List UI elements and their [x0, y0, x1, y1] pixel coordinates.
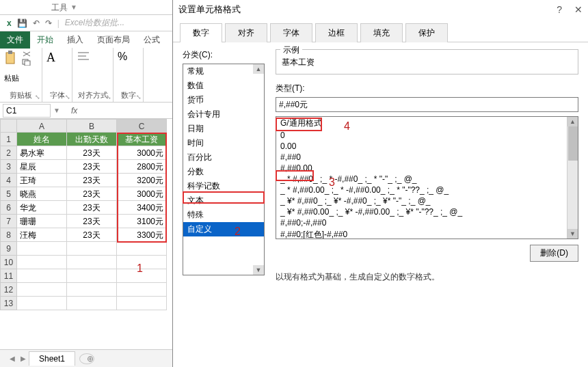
nav-prev-icon[interactable]: ◀ — [7, 355, 18, 362]
format-item[interactable]: #,##0 — [276, 152, 567, 163]
row-header[interactable]: 8 — [0, 228, 17, 242]
align-label[interactable]: 对齐方式 — [77, 90, 109, 100]
row-header[interactable]: 13 — [0, 297, 17, 310]
empty-cell[interactable] — [17, 256, 67, 269]
empty-cell[interactable] — [117, 242, 167, 256]
tab-font[interactable]: 字体 — [270, 23, 312, 42]
tab-align[interactable]: 对齐 — [225, 23, 267, 42]
data-cell[interactable]: 星辰 — [17, 160, 67, 174]
data-cell[interactable]: 晓燕 — [17, 187, 67, 201]
row-header[interactable]: 2 — [0, 146, 17, 160]
tools-label[interactable]: 工具 — [51, 0, 68, 15]
data-cell[interactable]: 3200元 — [117, 174, 167, 187]
type-input[interactable] — [276, 97, 578, 112]
empty-cell[interactable] — [17, 242, 67, 256]
scroll-up-icon[interactable]: ▲ — [567, 117, 578, 126]
category-item[interactable]: 时间 — [183, 136, 264, 150]
header-cell[interactable]: 出勤天数 — [67, 133, 117, 146]
tab-protect[interactable]: 保护 — [405, 23, 448, 42]
sheet-tab[interactable]: Sheet1 — [29, 351, 75, 366]
format-item[interactable]: #,##0;-#,##0 — [276, 217, 567, 228]
tab-layout[interactable]: 页面布局 — [90, 31, 137, 49]
tab-insert[interactable]: 插入 — [60, 31, 90, 49]
empty-cell[interactable] — [67, 297, 117, 310]
scroll-down-icon[interactable]: ▼ — [253, 265, 264, 275]
category-item[interactable]: 特殊 — [183, 208, 264, 222]
data-cell[interactable]: 3300元 — [117, 228, 167, 242]
select-all-corner[interactable] — [0, 119, 17, 133]
dialog-launcher-icon[interactable]: ⤡ — [65, 94, 70, 100]
category-item[interactable]: 科学记数 — [183, 179, 264, 193]
tab-home[interactable]: 开始 — [30, 31, 60, 49]
row-header[interactable]: 9 — [0, 242, 17, 256]
redo-icon[interactable]: ↷ — [45, 18, 52, 28]
chevron-down-icon[interactable]: ▼ — [70, 0, 77, 15]
empty-cell[interactable] — [117, 269, 167, 283]
nav-next-icon[interactable]: ▶ — [18, 355, 29, 362]
data-cell[interactable]: 23天 — [67, 201, 117, 215]
tab-border[interactable]: 边框 — [315, 23, 358, 42]
chevron-down-icon[interactable]: ▼ — [51, 107, 63, 114]
data-cell[interactable]: 3400元 — [117, 201, 167, 215]
row-header[interactable]: 6 — [0, 201, 17, 215]
fx-icon[interactable]: fx — [63, 106, 77, 115]
data-cell[interactable]: 珊珊 — [17, 215, 67, 228]
col-header-b[interactable]: B — [67, 119, 117, 133]
data-cell[interactable]: 3100元 — [117, 215, 167, 228]
dialog-launcher-icon[interactable]: ⤡ — [35, 94, 40, 100]
format-item[interactable]: 0.00 — [276, 141, 567, 152]
data-cell[interactable]: 华龙 — [17, 201, 67, 215]
format-item[interactable]: G/通用格式 — [276, 117, 567, 130]
empty-cell[interactable] — [67, 283, 117, 297]
row-header[interactable]: 10 — [0, 256, 17, 269]
col-header-c[interactable]: C — [117, 119, 167, 133]
format-item[interactable]: _ ¥* #,##0.00_ ;_ ¥* -#,##0.00_ ;_ ¥* "-… — [276, 206, 567, 217]
paste-icon[interactable] — [4, 51, 18, 66]
category-list[interactable]: ▲ 常规数值货币会计专用日期时间百分比分数科学记数文本特殊自定义 ▼ — [183, 64, 265, 275]
category-item[interactable]: 会计专用 — [183, 107, 264, 122]
format-item[interactable]: _ * #,##0.00_ ;_ * -#,##0.00_ ;_ * "-"??… — [276, 185, 567, 195]
empty-cell[interactable] — [17, 269, 67, 283]
category-item[interactable]: 百分比 — [183, 150, 264, 165]
name-box[interactable] — [3, 104, 51, 118]
category-item[interactable]: 文本 — [183, 193, 264, 208]
tab-formula[interactable]: 公式 — [137, 31, 167, 49]
data-cell[interactable]: 23天 — [67, 174, 117, 187]
row-header[interactable]: 11 — [0, 269, 17, 283]
scroll-up-icon[interactable]: ▲ — [253, 64, 264, 74]
data-cell[interactable]: 王琦 — [17, 174, 67, 187]
undo-icon[interactable]: ↶ — [33, 18, 40, 28]
dialog-launcher-icon[interactable]: ⤡ — [106, 94, 111, 100]
empty-cell[interactable] — [67, 256, 117, 269]
empty-cell[interactable] — [117, 283, 167, 297]
format-item[interactable]: _ * #,##0_ ;_ * -#,##0_ ;_ * "-"_ ;_ @_ — [276, 174, 567, 185]
spreadsheet-grid[interactable]: A B C 1姓名出勤天数基本工资2易水寒23天3000元3星辰23天2800元… — [0, 119, 172, 310]
empty-cell[interactable] — [17, 283, 67, 297]
empty-cell[interactable] — [67, 269, 117, 283]
category-item[interactable]: 货币 — [183, 93, 264, 107]
row-header[interactable]: 3 — [0, 160, 17, 174]
percent-icon[interactable]: % — [118, 51, 127, 63]
empty-cell[interactable] — [67, 242, 117, 256]
scroll-thumb[interactable] — [568, 126, 578, 161]
data-cell[interactable]: 23天 — [67, 187, 117, 201]
format-list[interactable]: G/通用格式00.00#,##0#,##0.00_ * #,##0_ ;_ * … — [276, 116, 578, 239]
format-item[interactable]: #,##0;[红色]-#,##0 — [276, 228, 567, 239]
data-cell[interactable]: 易水寒 — [17, 146, 67, 160]
category-item[interactable]: 自定义 — [183, 222, 264, 236]
help-button[interactable]: ? — [557, 4, 562, 15]
scroll-down-icon[interactable]: ▼ — [567, 229, 578, 239]
data-cell[interactable]: 23天 — [67, 146, 117, 160]
data-cell[interactable]: 3000元 — [117, 187, 167, 201]
scrollbar[interactable]: ▲ ▼ — [567, 117, 578, 239]
format-item[interactable]: 0 — [276, 130, 567, 141]
tab-fill[interactable]: 填充 — [360, 23, 403, 42]
row-header[interactable]: 12 — [0, 283, 17, 297]
data-cell[interactable]: 23天 — [67, 160, 117, 174]
data-cell[interactable]: 2800元 — [117, 160, 167, 174]
data-cell[interactable]: 23天 — [67, 228, 117, 242]
row-header[interactable]: 1 — [0, 133, 17, 146]
data-cell[interactable]: 3000元 — [117, 146, 167, 160]
add-sheet-button[interactable]: ⊕ — [79, 353, 94, 364]
format-item[interactable]: #,##0.00 — [276, 163, 567, 174]
